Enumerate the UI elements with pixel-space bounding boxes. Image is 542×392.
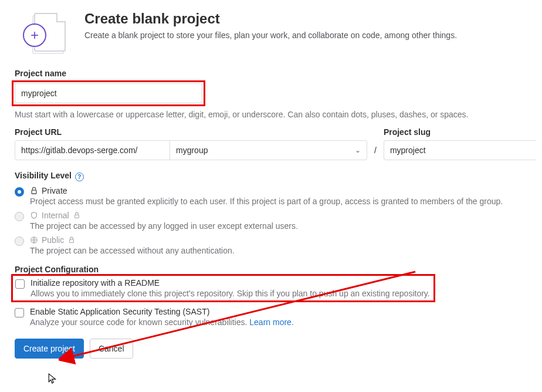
visibility-private-label: Private [42, 186, 67, 195]
lock-icon [67, 236, 76, 244]
page-title: Create blank project [84, 11, 457, 27]
project-name-input[interactable] [15, 83, 202, 103]
lock-icon [30, 187, 38, 195]
readme-label: Initialize repository with a README [31, 278, 160, 288]
visibility-internal-radio [15, 212, 24, 221]
url-separator: / [374, 146, 377, 155]
create-project-button[interactable]: Create project [15, 339, 84, 359]
sast-label: Enable Static Application Security Testi… [30, 307, 209, 316]
cancel-button[interactable]: Cancel [90, 339, 133, 359]
namespace-value: mygroup [176, 146, 208, 155]
svg-rect-0 [32, 190, 36, 194]
visibility-label: Visibility Level ? [15, 171, 527, 181]
sast-desc: Analyze your source code for known secur… [30, 317, 527, 327]
learn-more-link[interactable]: Learn more. [249, 317, 293, 327]
shield-icon [30, 211, 38, 219]
visibility-private-radio[interactable] [15, 187, 24, 197]
lock-icon [73, 211, 81, 219]
project-url-base [15, 140, 170, 160]
mouse-cursor [48, 373, 58, 386]
project-config-heading: Project Configuration [15, 265, 527, 274]
project-slug-label: Project slug [384, 127, 536, 137]
sast-checkbox[interactable] [15, 308, 24, 317]
page-subtitle: Create a blank project to store your fil… [84, 31, 457, 40]
readme-checkbox[interactable] [15, 279, 25, 289]
chevron-down-icon: ⌄ [355, 146, 361, 154]
project-slug-input[interactable] [384, 140, 536, 160]
svg-rect-1 [74, 215, 79, 218]
svg-rect-3 [70, 239, 74, 242]
project-name-label: Project name [15, 69, 527, 78]
namespace-dropdown[interactable]: mygroup ⌄ [170, 140, 367, 160]
page-header: + Create blank project Create a blank pr… [15, 11, 527, 55]
project-name-hint: Must start with a lowercase or uppercase… [15, 110, 527, 119]
visibility-public-radio [15, 236, 24, 246]
visibility-public-label: Public [42, 235, 64, 245]
visibility-private-desc: Project access must be granted explicitl… [30, 197, 527, 206]
globe-icon [30, 236, 38, 244]
help-icon[interactable]: ? [75, 173, 84, 181]
readme-desc: Allows you to immediately clone this pro… [31, 289, 430, 298]
project-url-label: Project URL [15, 127, 367, 137]
plus-icon: + [23, 23, 46, 47]
project-icon: + [15, 11, 70, 55]
visibility-internal-desc: The project can be accessed by any logge… [30, 221, 527, 231]
visibility-public-desc: The project can be accessed without any … [30, 246, 527, 255]
visibility-internal-label: Internal [42, 211, 69, 220]
